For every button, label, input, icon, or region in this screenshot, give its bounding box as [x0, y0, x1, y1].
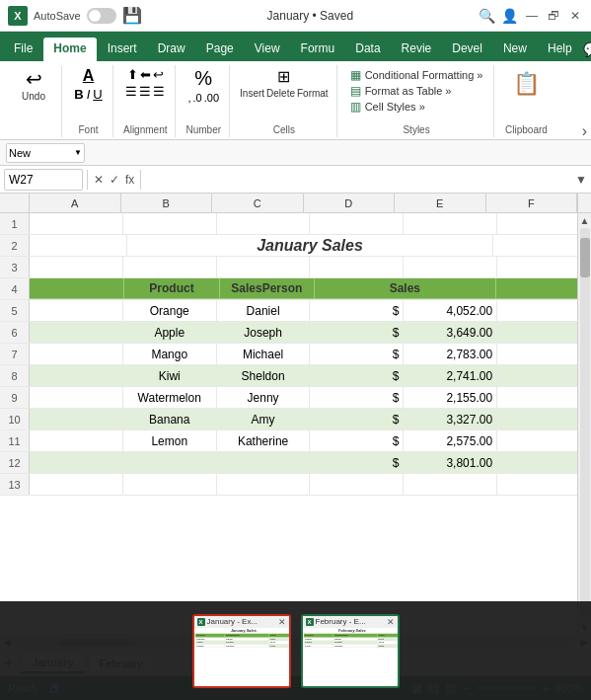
align-left-icon[interactable]: ☰ [125, 84, 137, 99]
cell-c3[interactable] [217, 257, 311, 277]
cell-d8[interactable]: $ [310, 365, 404, 386]
decrease-decimal-icon[interactable]: .00 [204, 92, 219, 104]
increase-decimal-icon[interactable]: .0 [193, 92, 202, 104]
cell-e13[interactable] [404, 474, 497, 495]
comma-icon[interactable]: , [187, 92, 190, 104]
cell-c4-salesperson[interactable]: SalesPerson [220, 278, 315, 299]
tab-review[interactable]: Revie [392, 38, 442, 61]
cell-e6[interactable]: 3,649.00 [404, 322, 497, 343]
minimize-btn[interactable]: — [524, 8, 540, 24]
cell-c11[interactable]: Katherine [217, 430, 311, 451]
confirm-formula-icon[interactable]: ✓ [108, 171, 121, 189]
font-underline-btn[interactable]: U [93, 87, 102, 102]
cell-a5[interactable] [30, 300, 123, 321]
format-btn[interactable]: Format [297, 88, 329, 99]
cell-a6[interactable] [30, 322, 123, 343]
profile-icon[interactable]: 👤 [501, 8, 518, 24]
vertical-scrollbar[interactable]: ▲ ▼ [577, 213, 591, 635]
align-center-icon[interactable]: ☰ [139, 84, 151, 99]
delete-btn[interactable]: Delete [266, 88, 295, 99]
cell-e5[interactable]: 4,052.00 [404, 300, 497, 321]
cell-b13[interactable] [123, 474, 217, 495]
cell-a13[interactable] [30, 474, 123, 495]
tab-formulas[interactable]: Formu [291, 38, 345, 61]
cell-b5[interactable]: Orange [123, 300, 217, 321]
col-header-c[interactable]: C [212, 194, 304, 212]
col-header-f[interactable]: F [486, 194, 578, 212]
cell-b4-product[interactable]: Product [124, 278, 219, 299]
cell-b8[interactable]: Kiwi [123, 365, 217, 386]
cell-e11[interactable]: 2,575.00 [404, 430, 497, 451]
cell-e7[interactable]: 2,783.00 [404, 344, 497, 364]
cell-styles-btn[interactable]: ▥ Cell Styles » [347, 99, 486, 115]
cell-a12[interactable] [30, 452, 123, 473]
cell-a2[interactable] [30, 235, 127, 256]
align-top-icon[interactable]: ⬆ [127, 67, 138, 82]
restore-btn[interactable]: 🗗 [546, 8, 561, 24]
cell-c1[interactable] [217, 213, 311, 234]
cell-d10[interactable]: $ [310, 409, 404, 429]
cell-e9[interactable]: 2,155.00 [404, 387, 497, 408]
cell-b2-title[interactable]: January Sales [127, 235, 492, 256]
tab-developer[interactable]: Devel [442, 38, 492, 61]
percent-icon[interactable]: % [194, 67, 212, 90]
insert-btn[interactable]: Insert [240, 88, 264, 99]
taskbar-preview-february[interactable]: X February - E... ✕ February Sales Produ… [301, 614, 400, 688]
tab-home[interactable]: Home [43, 38, 96, 61]
font-underline-icon[interactable]: A [83, 67, 95, 85]
cell-a4[interactable] [30, 278, 124, 299]
cell-a1[interactable] [30, 213, 123, 234]
cell-d6[interactable]: $ [310, 322, 404, 343]
font-italic-icon[interactable]: I [87, 87, 91, 102]
ribbon-expand-btn[interactable]: › [582, 122, 587, 140]
formula-input[interactable] [145, 169, 571, 191]
cell-c9[interactable]: Jenny [217, 387, 311, 408]
cell-b7[interactable]: Mango [123, 344, 217, 364]
cell-d13[interactable] [310, 474, 404, 495]
name-box[interactable]: W27 [4, 169, 83, 191]
font-selector[interactable]: New ▼ [6, 143, 85, 163]
cell-c8[interactable]: Sheldon [217, 365, 311, 386]
align-middle-icon[interactable]: ⬅ [140, 67, 151, 82]
cell-b1[interactable] [123, 213, 217, 234]
taskbar-preview-january[interactable]: X January - Ex... ✕ January Sales Produc… [192, 614, 291, 688]
cell-a11[interactable] [30, 430, 123, 451]
clipboard-icon[interactable]: 📋 [513, 71, 540, 97]
search-icon[interactable]: 🔍 [479, 8, 495, 24]
col-header-e[interactable]: E [395, 194, 486, 212]
tab-help[interactable]: Help [538, 38, 582, 61]
cell-b6[interactable]: Apple [123, 322, 217, 343]
cell-a10[interactable] [30, 409, 123, 429]
cell-d5[interactable]: $ [310, 300, 404, 321]
cell-c10[interactable]: Amy [217, 409, 311, 429]
align-right-icon[interactable]: ☰ [153, 84, 165, 99]
format-as-table-btn[interactable]: ▤ Format as Table » [347, 83, 486, 99]
undo-button[interactable]: ↩ Undo [14, 67, 53, 104]
cell-b12[interactable] [123, 452, 217, 473]
cell-a9[interactable] [30, 387, 123, 408]
col-header-d[interactable]: D [304, 194, 396, 212]
cell-a3[interactable] [30, 257, 123, 277]
cell-e1[interactable] [404, 213, 497, 234]
cell-c6[interactable]: Joseph [217, 322, 311, 343]
cancel-formula-icon[interactable]: ✕ [92, 171, 106, 189]
cell-d11[interactable]: $ [310, 430, 404, 451]
insert-cells-icon[interactable]: ⊞ [277, 67, 290, 86]
cell-b9[interactable]: Watermelon [123, 387, 217, 408]
tab-file[interactable]: File [4, 38, 42, 61]
cell-d1[interactable] [310, 213, 404, 234]
cell-d12[interactable]: $ [310, 452, 404, 473]
save-icon[interactable]: 💾 [122, 6, 142, 25]
close-btn[interactable]: ✕ [567, 8, 583, 24]
tab-data[interactable]: Data [345, 38, 390, 61]
cell-b11[interactable]: Lemon [123, 430, 217, 451]
align-bottom-icon[interactable]: ↩ [153, 67, 164, 82]
tab-insert[interactable]: Insert [98, 38, 147, 61]
cell-a7[interactable] [30, 344, 123, 364]
cell-b10[interactable]: Banana [123, 409, 217, 429]
cell-c13[interactable] [217, 474, 311, 495]
cell-d4-sales[interactable]: Sales [315, 278, 496, 299]
tab-draw[interactable]: Draw [148, 38, 195, 61]
cell-b3[interactable] [123, 257, 217, 277]
preview-close-jan[interactable]: ✕ [278, 617, 286, 627]
